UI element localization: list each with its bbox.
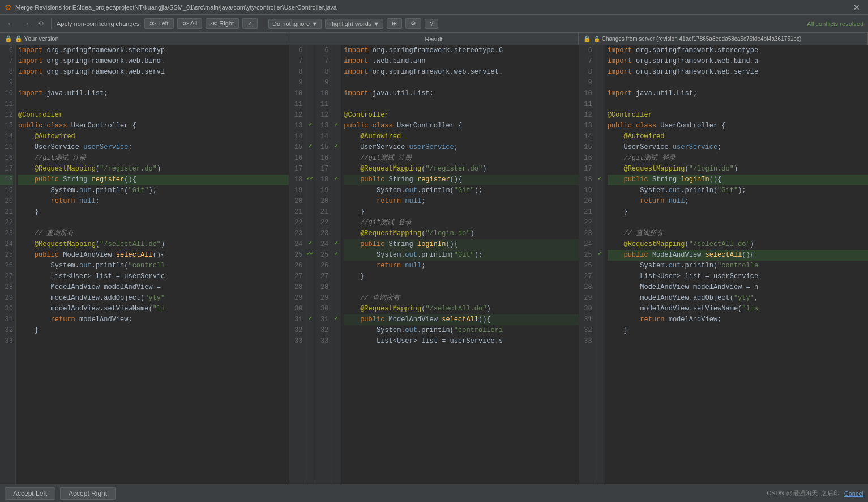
toolbar: ← → ⟲ Apply non-conflicting changes: ≫ L… xyxy=(0,15,868,33)
prev-arrow[interactable]: ← xyxy=(5,18,16,29)
right-header-label: 🔒 Changes from server (revision 41aef178… xyxy=(593,36,801,42)
left-button[interactable]: ≫ Left xyxy=(144,18,173,29)
accept-left-button[interactable]: Accept Left xyxy=(5,487,55,500)
apply-label: Apply non-conflicting changes: xyxy=(57,20,141,27)
left-panel[interactable]: 678 91011 121314 151617 181920 212223 24… xyxy=(0,45,289,484)
columns-header: 🔒 🔒 Your version Result 🔒 🔒 Changes from… xyxy=(0,33,868,45)
main-content: 678 91011 121314 151617 181920 212223 24… xyxy=(0,45,868,484)
accept-right-button[interactable]: Accept Right xyxy=(60,487,116,500)
center-line-numbers-left: 678 91011 121314 151617 181920 212223 24… xyxy=(289,45,305,484)
right-line-numbers: 678 91011 121314 151617 181920 212223 24… xyxy=(579,45,595,484)
cancel-link[interactable]: Cancel xyxy=(844,490,863,497)
left-col-header: 🔒 🔒 Your version xyxy=(0,33,289,45)
left-line-numbers: 678 91011 121314 151617 181920 212223 24… xyxy=(0,45,16,484)
lock-icon-left: 🔒 xyxy=(5,35,12,42)
center-gutter-icons: ✔ ✔ ✔✔ ✔ ✔✔ ✔ xyxy=(305,45,315,484)
left-code: import org.springframework.stereotyp imp… xyxy=(16,45,289,484)
bottom-bar: Accept Left Accept Right CSDN @最强闲天_之后印 … xyxy=(0,484,868,502)
separator xyxy=(51,18,52,29)
next-arrow[interactable]: → xyxy=(20,18,32,29)
status-resolved: All conflicts resolved xyxy=(807,20,863,27)
title-bar: ⚙ Merge Revisions for E:\idea_project\pr… xyxy=(0,0,868,15)
right-panel[interactable]: 678 91011 121314 151617 181920 212223 24… xyxy=(579,45,868,484)
bottom-right: CSDN @最强闲天_之后印 Cancel xyxy=(767,489,863,497)
watermark: CSDN @最强闲天_之后印 xyxy=(767,489,840,497)
separator2 xyxy=(263,18,263,29)
help-btn[interactable]: ? xyxy=(425,19,438,29)
title-icon: ⚙ xyxy=(5,3,12,12)
left-header-label: 🔒 Your version xyxy=(15,35,59,42)
center-code: import org.springframework.stereotype.C … xyxy=(341,45,578,484)
center-panel[interactable]: All changes have been processed. Save ch… xyxy=(289,45,579,484)
do-not-ignore-dropdown[interactable]: Do not ignore ▼ xyxy=(268,19,322,29)
right-col-header: 🔒 🔒 Changes from server (revision 41aef1… xyxy=(579,33,868,45)
magic-btn[interactable]: ⟲ xyxy=(35,18,46,29)
icon1-btn[interactable]: ⊞ xyxy=(387,18,402,29)
center-header-label: Result xyxy=(425,36,442,42)
title-text: Merge Revisions for E:\idea_project\proj… xyxy=(15,4,846,11)
highlight-words-dropdown[interactable]: Highlight words ▼ xyxy=(325,19,383,29)
accept-checkmark[interactable]: ✓ xyxy=(242,18,258,29)
all-button[interactable]: ≫ All xyxy=(177,18,203,29)
close-button[interactable]: ✕ xyxy=(850,2,863,13)
center-col-header: Result xyxy=(289,33,579,45)
center-gutter-icons-right: ✔ ✔ ✔ ✔ ✔ ✔ xyxy=(331,45,341,484)
settings-btn[interactable]: ⚙ xyxy=(405,18,421,29)
center-line-numbers-right: 678 91011 121314 151617 181920 212223 24… xyxy=(315,45,331,484)
right-gutter-icons: ✔ ✔ xyxy=(595,45,605,484)
right-code: import org.springframework.stereotype im… xyxy=(605,45,868,484)
lock-icon-right: 🔒 xyxy=(583,35,591,42)
right-button[interactable]: ≪ Right xyxy=(206,18,239,29)
